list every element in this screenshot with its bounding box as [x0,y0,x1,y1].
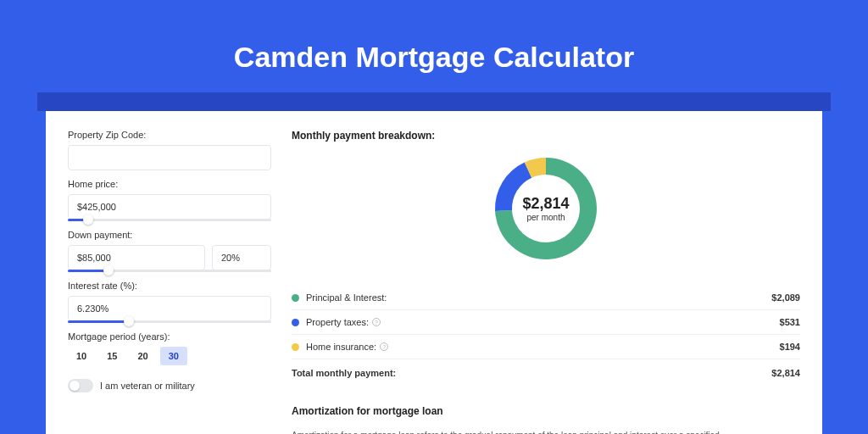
home-price-label: Home price: [68,179,271,189]
legend-label: Principal & Interest: [306,292,771,303]
page-title: Camden Mortgage Calculator [46,41,822,74]
legend-label: Property taxes:? [306,317,780,327]
down-payment-field: Down payment: [68,230,271,272]
down-payment-pct-input[interactable] [212,245,271,270]
legend-row: Home insurance:?$194 [292,335,800,359]
donut-sub: per month [522,213,569,222]
rate-label: Interest rate (%): [68,281,271,291]
period-option-30[interactable]: 30 [160,347,187,365]
slider-fill [68,320,129,323]
legend-value: $2,089 [771,292,800,303]
info-icon[interactable]: ? [380,342,388,351]
breakdown-heading: Monthly payment breakdown: [292,130,800,142]
total-value: $2,814 [771,368,800,378]
veteran-row: I am veteran or military [68,379,271,392]
total-label: Total monthly payment: [292,368,771,378]
rate-input[interactable] [68,296,271,321]
legend-row: Property taxes:?$531 [292,310,800,335]
calculator-card: Property Zip Code: Home price: Down paym… [46,111,822,434]
down-payment-label: Down payment: [68,230,271,240]
slider-thumb[interactable] [124,316,134,326]
down-payment-input[interactable] [68,245,205,270]
amortization-text: Amortization for a mortgage loan refers … [292,429,800,434]
legend-dot [292,319,299,326]
slider-thumb[interactable] [103,265,114,275]
legend-label: Home insurance:? [306,342,780,352]
zip-label: Property Zip Code: [68,130,271,140]
rate-slider[interactable] [68,320,271,323]
breakdown-panel: Monthly payment breakdown: $2,814 per mo… [292,130,800,434]
legend-dot [292,294,299,302]
legend-value: $531 [780,317,800,327]
period-label: Mortgage period (years): [68,331,271,342]
home-price-input[interactable] [68,194,271,220]
info-icon[interactable]: ? [372,318,381,326]
rate-field: Interest rate (%): [68,281,271,323]
slider-fill [68,270,108,272]
zip-field: Property Zip Code: [68,130,271,170]
slider-thumb[interactable] [83,214,93,225]
donut-value: $2,814 [522,195,569,213]
home-price-field: Home price: [68,179,271,221]
amortization-section: Amortization for mortgage loan Amortizat… [292,405,800,434]
period-option-15[interactable]: 15 [98,347,125,365]
period-option-10[interactable]: 10 [68,347,95,365]
accent-bar [37,92,831,111]
legend-dot [292,343,299,351]
veteran-label: I am veteran or military [100,381,195,391]
legend-row: Principal & Interest:$2,089 [292,286,800,310]
period-field: Mortgage period (years): 10152030 [68,331,271,365]
legend-value: $194 [780,342,800,352]
legend-total: Total monthly payment: $2,814 [292,359,800,385]
zip-input[interactable] [68,145,271,170]
down-payment-slider[interactable] [68,270,271,272]
donut-container: $2,814 per month [292,153,800,264]
home-price-slider[interactable] [68,219,271,221]
period-option-20[interactable]: 20 [130,347,157,365]
veteran-toggle[interactable] [68,379,93,392]
amortization-heading: Amortization for mortgage loan [292,405,800,417]
form-panel: Property Zip Code: Home price: Down paym… [68,130,271,434]
